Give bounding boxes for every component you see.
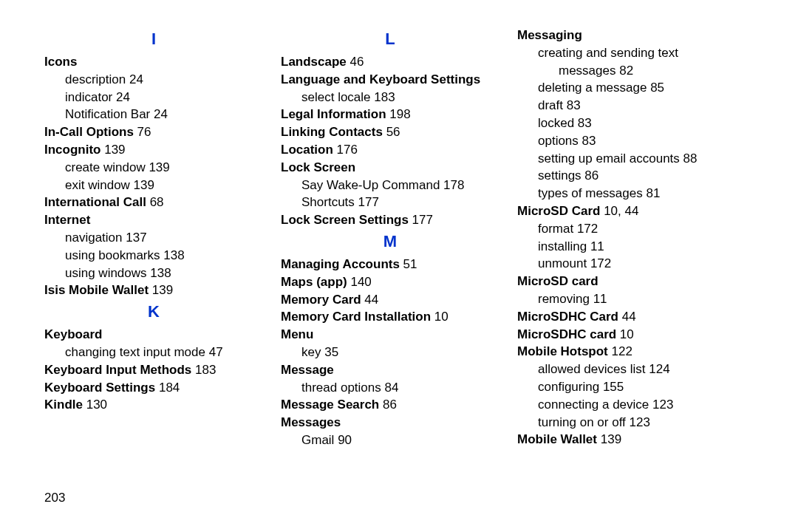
index-entry: Managing Accounts 51	[281, 256, 499, 273]
index-entry: Menu	[281, 326, 499, 344]
index-subentry: unmount 172	[517, 255, 736, 273]
index-term: Landscape	[281, 55, 347, 69]
index-subterm: draft	[538, 98, 563, 112]
index-page-ref: 172	[573, 222, 598, 236]
index-subterm: Gmail	[301, 433, 334, 447]
index-term: Legal Information	[281, 107, 386, 121]
index-subentry: types of messages 81	[517, 185, 736, 202]
index-subterm: exit window	[65, 178, 130, 192]
index-term: Memory Card Installation	[281, 310, 431, 324]
index-entry: Keyboard Input Methods 183	[44, 361, 263, 379]
index-page-ref: 139	[597, 432, 621, 446]
index-column-2: LLandscape 46Language and Keyboard Setti…	[281, 27, 517, 449]
index-subterm: Notification Bar	[65, 107, 150, 121]
index-page-ref: 83	[579, 134, 596, 148]
index-entry: Memory Card 44	[281, 291, 499, 309]
index-subentry: select locale 183	[281, 89, 499, 106]
index-page-ref: 81	[643, 186, 661, 200]
index-page-ref: 198	[386, 107, 411, 121]
index-page-ref: 84	[381, 381, 399, 395]
index-entry: Keyboard	[44, 326, 263, 344]
index-subentry: locked 83	[517, 115, 736, 132]
index-page-ref: 44	[361, 293, 379, 307]
index-subentry: turning on or off 123	[517, 414, 736, 432]
index-letter: K	[44, 302, 263, 321]
index-page-ref: 86	[582, 168, 599, 183]
index-term: Location	[281, 143, 333, 157]
index-subentry: exit window 139	[44, 177, 263, 194]
index-page-ref: 139	[146, 160, 170, 174]
index-term: Message Search	[281, 398, 379, 412]
index-subterm: using windows	[65, 266, 147, 280]
index-subterm: options	[538, 134, 579, 148]
index-subterm-cont: messages 82	[538, 62, 736, 80]
index-term: MicroSD card	[517, 274, 598, 288]
index-page-ref: 11	[590, 292, 607, 306]
index-subterm: allowed devices list	[538, 362, 646, 376]
index-subterm: thread options	[301, 381, 381, 395]
index-entry: Mobile Wallet 139	[517, 431, 736, 449]
index-subentry: removing 11	[517, 290, 736, 308]
index-entry: Messages	[281, 414, 499, 432]
index-columns: IIconsdescription 24indicator 24Notifica…	[44, 27, 754, 449]
index-page-ref: 139	[100, 143, 125, 157]
index-page-ref: 177	[409, 213, 433, 227]
index-term: International Call	[44, 195, 146, 209]
index-subentry: description 24	[44, 71, 263, 89]
index-entry: Memory Card Installation 10	[281, 308, 499, 326]
index-entry: Message Search 86	[281, 396, 499, 414]
index-page: IIconsdescription 24indicator 24Notifica…	[0, 0, 798, 532]
index-page-ref: 83	[563, 98, 581, 112]
index-term: Memory Card	[281, 293, 361, 307]
index-subentry: using windows 138	[44, 265, 263, 282]
index-page-ref: 44	[618, 310, 636, 324]
index-page-ref: 177	[355, 195, 379, 209]
index-page-ref: 140	[347, 275, 372, 289]
index-subentry: create window 139	[44, 159, 263, 177]
index-term: Internet	[44, 213, 90, 227]
index-entry: MicroSD card	[517, 273, 736, 290]
index-page-ref: 86	[379, 398, 397, 412]
index-page-ref: 139	[149, 283, 173, 297]
index-subentry: deleting a message 85	[517, 79, 736, 97]
index-page-ref: 76	[134, 125, 151, 139]
index-page-ref: 183	[371, 90, 395, 104]
page-number: 203	[44, 491, 65, 505]
index-subterm: locked	[538, 116, 574, 130]
index-page-ref: 10	[616, 327, 634, 341]
index-subentry: Say Wake-Up Command 178	[281, 177, 499, 194]
index-page-ref: 139	[130, 178, 154, 192]
index-entry: Lock Screen Settings 177	[281, 211, 499, 229]
index-entry: Legal Information 198	[281, 106, 499, 123]
index-term: Linking Contacts	[281, 125, 383, 139]
index-page-ref: 123	[649, 398, 673, 412]
index-column-3: Messagingcreating and sending textmessag…	[517, 27, 754, 449]
index-term: MicroSDHC Card	[517, 310, 618, 324]
index-page-ref: 138	[147, 266, 171, 280]
index-entry: Internet	[44, 211, 263, 229]
index-term: Menu	[281, 327, 313, 341]
index-entry: International Call 68	[44, 194, 263, 211]
index-entry: Message	[281, 361, 499, 379]
index-subentry: key 35	[281, 344, 499, 361]
index-page-ref: 47	[205, 345, 223, 359]
index-term: Lock Screen	[281, 160, 355, 174]
index-page-ref: 123	[626, 415, 650, 429]
index-subentry: connecting a device 123	[517, 396, 736, 414]
index-letter: M	[281, 232, 499, 251]
index-subentry: indicator 24	[44, 89, 263, 106]
index-page-ref: 35	[321, 345, 338, 359]
index-page-ref: 137	[123, 231, 147, 245]
index-subterm: types of messages	[538, 186, 643, 200]
index-term: Keyboard Input Methods	[44, 363, 191, 377]
index-term: Icons	[44, 55, 77, 69]
index-term: Message	[281, 363, 334, 377]
index-subentry: format 172	[517, 220, 736, 238]
index-subentry: settings 86	[517, 167, 736, 185]
index-subentry: allowed devices list 124	[517, 361, 736, 378]
index-entry: MicroSDHC Card 44	[517, 308, 736, 326]
index-subentry: Shortcuts 177	[281, 194, 499, 211]
index-entry: Mobile Hotspot 122	[517, 343, 736, 361]
index-entry: MicroSD Card 10, 44	[517, 202, 736, 220]
index-subterm: using bookmarks	[65, 248, 160, 262]
